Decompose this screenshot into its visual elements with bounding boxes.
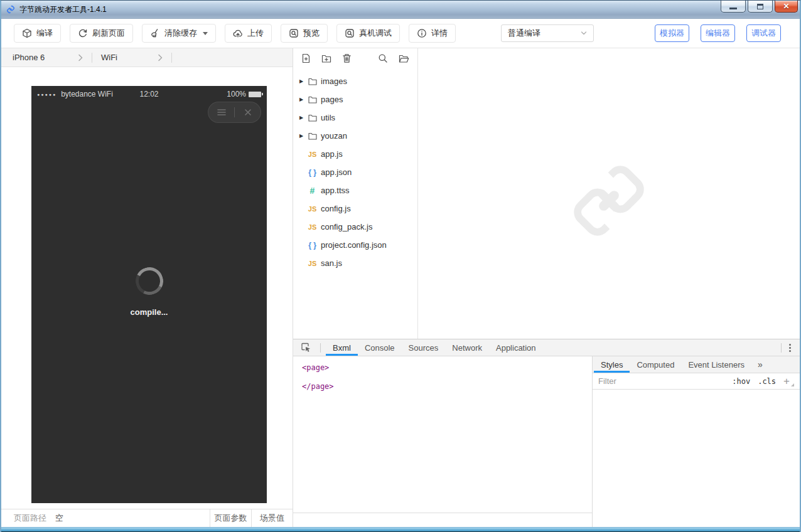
tab-styles[interactable]: Styles [594, 356, 630, 373]
tab-network-label: Network [452, 343, 482, 353]
tree-file-project-config-json[interactable]: { } project.config.json [293, 236, 417, 254]
tree-file-app-json[interactable]: { } app.json [293, 163, 417, 181]
file-name: youzan [321, 131, 347, 141]
divider [320, 343, 321, 353]
styles-tabbar: Styles Computed Event Listeners » [593, 356, 800, 373]
preview-button[interactable]: 预览 [281, 24, 328, 43]
tree-file-san-js[interactable]: JS san.js [293, 254, 417, 272]
preview-button-label: 预览 [303, 28, 320, 39]
tree-file-config-js[interactable]: JS config.js [293, 200, 417, 218]
inspect-cursor-icon [301, 343, 311, 353]
tree-file-app-js[interactable]: JS app.js [293, 145, 417, 163]
js-file-icon: JS [307, 205, 318, 213]
file-name: pages [321, 95, 343, 104]
maximize-icon [757, 4, 763, 9]
clear-cache-button[interactable]: 清除缓存 [142, 24, 216, 43]
tree-file-app-ttss[interactable]: # app.ttss [293, 181, 417, 200]
tab-bxml[interactable]: Bxml [326, 339, 358, 356]
file-name: project.config.json [321, 240, 387, 250]
folder-icon [307, 78, 318, 85]
tree-folder-youzan[interactable]: ▶ youzan [293, 127, 417, 145]
upload-button[interactable]: 上传 [225, 24, 272, 43]
delete-file-button[interactable] [342, 53, 352, 63]
caret-icon[interactable]: ▶ [299, 133, 307, 139]
capsule-close-button[interactable] [235, 109, 261, 116]
file-tree: ▶ images ▶ pages ▶ utils [293, 68, 417, 272]
file-name: app.ttss [321, 186, 350, 195]
minimize-button[interactable] [721, 1, 746, 13]
editor-toggle-button[interactable]: 编辑器 [701, 24, 735, 42]
details-button-label: 详情 [431, 28, 448, 39]
styles-list [593, 390, 800, 527]
compile-mode-select[interactable]: 普通编译 [501, 24, 594, 42]
tab-application-label: Application [496, 343, 536, 353]
page-path-label: 页面路径 [14, 513, 46, 524]
devtools-menu-button[interactable] [771, 339, 796, 356]
tab-application[interactable]: Application [489, 339, 543, 356]
tab-bxml-label: Bxml [333, 343, 351, 353]
tabs-overflow-button[interactable]: » [751, 356, 769, 373]
tree-folder-utils[interactable]: ▶ utils [293, 109, 417, 127]
new-folder-button[interactable] [321, 54, 331, 63]
panel-toggle-group: 模拟器 编辑器 调试器 [655, 24, 781, 42]
main-toolbar: 编译 刷新页面 清除缓存 上传 [1, 19, 800, 48]
devtools-panel: Bxml Console Sources Network Application… [293, 339, 800, 527]
element-open-tag[interactable]: <page> [302, 358, 592, 377]
tab-sources[interactable]: Sources [402, 339, 446, 356]
debugger-toggle-button[interactable]: 调试器 [746, 24, 781, 42]
file-name: utils [321, 113, 335, 122]
caret-icon[interactable]: ▶ [299, 97, 307, 102]
refresh-page-button[interactable]: 刷新页面 [70, 24, 133, 43]
page-params-button[interactable]: 页面参数 [210, 509, 251, 527]
simulator-toggle-button[interactable]: 模拟器 [655, 24, 689, 42]
scene-value-button[interactable]: 场景值 [251, 509, 293, 527]
window-controls: ✕ [721, 1, 798, 13]
device-select[interactable]: iPhone 6 [13, 53, 83, 62]
pseudo-state-toggle[interactable]: :hov [732, 377, 750, 386]
element-class-toggle[interactable]: .cls [758, 377, 776, 386]
window-title: 字节跳动开发者工具-1.4.1 [19, 4, 107, 15]
phone-screen[interactable]: ●●●●● bytedance WiFi 12:02 100% [31, 86, 267, 503]
caret-icon[interactable]: ▶ [299, 115, 307, 120]
battery-percent: 100% [227, 90, 246, 98]
compile-button-label: 编译 [36, 28, 53, 39]
open-folder-button[interactable] [399, 54, 409, 63]
tab-network[interactable]: Network [445, 339, 489, 356]
close-button[interactable]: ✕ [775, 1, 798, 13]
search-files-button[interactable] [378, 53, 388, 63]
broom-icon [150, 28, 160, 38]
simulator-footer: 页面路径 空 页面参数 场景值 [1, 509, 293, 527]
caret-icon[interactable]: ▶ [299, 78, 307, 84]
remote-debug-button[interactable]: 真机调试 [336, 24, 400, 43]
compile-button[interactable]: 编译 [14, 24, 61, 43]
minimize-icon [729, 8, 737, 9]
tab-event-listeners[interactable]: Event Listeners [681, 356, 751, 373]
file-name: app.js [321, 149, 343, 159]
app-logo-icon [6, 4, 16, 14]
element-close-tag[interactable]: </page> [302, 377, 592, 396]
phone-status-bar: ●●●●● bytedance WiFi 12:02 100% [31, 86, 267, 102]
maximize-button[interactable] [748, 1, 773, 13]
capsule-more-button[interactable] [208, 109, 234, 116]
simulator-stage: ●●●●● bytedance WiFi 12:02 100% [1, 67, 293, 509]
tab-computed[interactable]: Computed [630, 356, 681, 373]
tree-file-config-pack-js[interactable]: JS config_pack.js [293, 218, 417, 236]
file-name: san.js [321, 258, 342, 268]
page-path-value: 空 [55, 513, 63, 524]
styles-filter-input[interactable] [598, 376, 724, 386]
new-file-button[interactable] [301, 53, 311, 63]
details-button[interactable]: 详情 [409, 24, 456, 43]
tab-console[interactable]: Console [358, 339, 402, 356]
package-icon [22, 28, 32, 38]
spinner-icon [132, 263, 166, 298]
ttss-file-icon: # [307, 186, 318, 196]
tree-folder-images[interactable]: ▶ images [293, 72, 417, 90]
qr-scan-icon [289, 28, 299, 38]
folder-icon [307, 96, 318, 104]
network-select[interactable]: WiFi [101, 53, 163, 62]
inspect-element-button[interactable] [297, 339, 315, 356]
new-style-rule-button[interactable]: + [783, 376, 794, 386]
elements-tree[interactable]: <page> </page> [293, 356, 592, 513]
tree-folder-pages[interactable]: ▶ pages [293, 90, 417, 109]
battery-icon [249, 92, 261, 97]
